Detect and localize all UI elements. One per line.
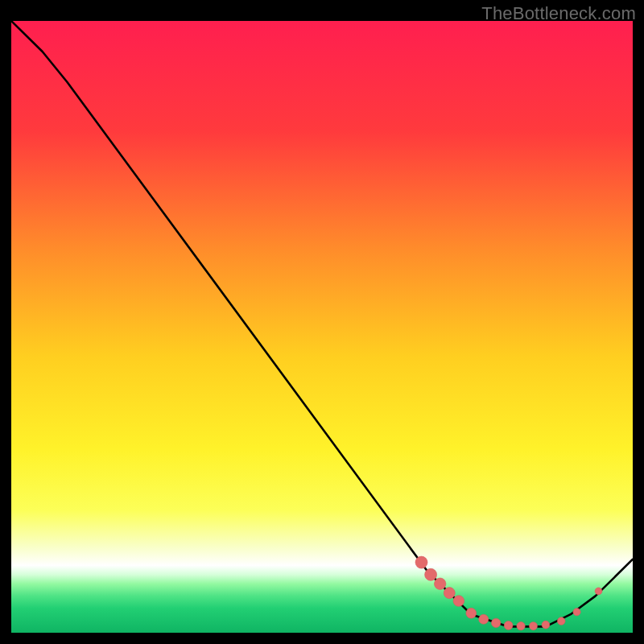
marker-dot xyxy=(466,608,477,618)
marker-dot xyxy=(444,588,455,599)
chart-stage: TheBottleneck.com xyxy=(0,0,644,644)
marker-dot xyxy=(517,621,525,630)
marker-dot xyxy=(557,617,565,625)
marker-dot xyxy=(434,578,445,589)
watermark-text: TheBottleneck.com xyxy=(481,3,636,24)
marker-dot xyxy=(491,618,500,627)
marker-dot xyxy=(595,588,602,595)
marker-dot xyxy=(573,609,580,616)
marker-dot xyxy=(425,568,437,580)
marker-dot xyxy=(529,622,537,630)
marker-dot xyxy=(453,596,464,607)
marker-dot xyxy=(504,621,513,630)
marker-dot xyxy=(479,614,489,624)
gradient-background xyxy=(11,21,633,633)
gradient-chart xyxy=(11,21,633,633)
marker-dot xyxy=(415,556,427,568)
marker-dot xyxy=(542,621,550,629)
